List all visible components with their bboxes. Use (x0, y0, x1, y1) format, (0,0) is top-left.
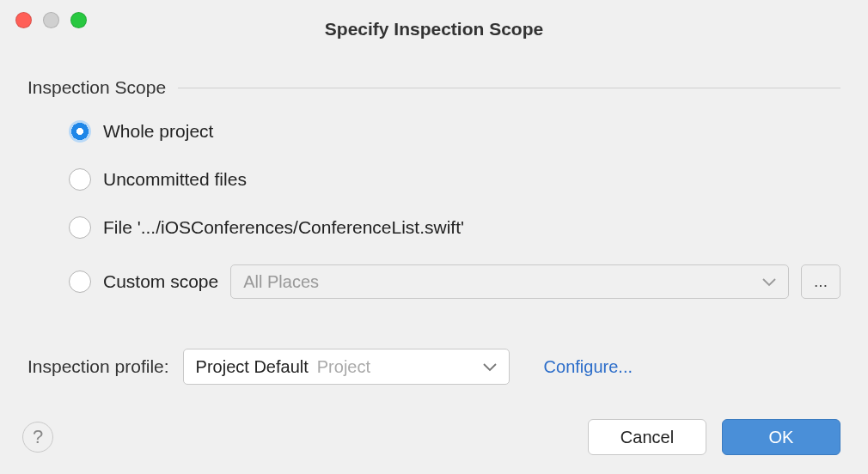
radio-whole-project[interactable] (69, 120, 91, 143)
radio-file[interactable] (69, 216, 91, 239)
radio-label-file: File '.../iOSConferences/ConferenceList.… (103, 217, 464, 238)
custom-scope-dropdown-value: All Places (243, 272, 319, 292)
radio-label-uncommitted: Uncommitted files (103, 169, 247, 190)
footer-buttons: Cancel OK (588, 419, 840, 455)
profile-value-main: Project Default (196, 357, 309, 377)
chevron-down-icon (762, 273, 776, 291)
inspection-profile-label: Inspection profile: (28, 356, 169, 377)
profile-value-sub: Project (317, 357, 370, 377)
radio-label-whole-project: Whole project (103, 121, 213, 142)
radio-row-custom-scope: Custom scope All Places ... (69, 264, 840, 299)
configure-link[interactable]: Configure... (544, 357, 633, 377)
dialog-footer: ? Cancel OK (22, 419, 840, 455)
radio-row-uncommitted[interactable]: Uncommitted files (69, 168, 840, 191)
radio-row-file[interactable]: File '.../iOSConferences/ConferenceList.… (69, 216, 840, 239)
section-label: Inspection Scope (28, 77, 166, 98)
section-divider (178, 88, 840, 88)
dialog-window: Specify Inspection Scope Inspection Scop… (0, 0, 868, 474)
inspection-profile-value: Project Default Project (196, 357, 370, 377)
radio-label-custom-scope: Custom scope (103, 271, 218, 292)
ok-button[interactable]: OK (722, 419, 840, 455)
dialog-content: Inspection Scope Whole project Uncommitt… (0, 38, 868, 385)
help-icon: ? (33, 426, 43, 448)
help-button[interactable]: ? (22, 422, 53, 453)
radio-uncommitted[interactable] (69, 168, 91, 191)
custom-scope-browse-button[interactable]: ... (801, 264, 840, 299)
custom-scope-dropdown[interactable]: All Places (230, 264, 789, 299)
chevron-down-icon (483, 358, 497, 376)
ok-button-label: OK (769, 428, 794, 447)
ellipsis-icon: ... (814, 272, 828, 291)
section-header: Inspection Scope (28, 77, 840, 98)
cancel-button[interactable]: Cancel (588, 419, 706, 455)
title-bar: Specify Inspection Scope (0, 0, 868, 38)
inspection-profile-dropdown[interactable]: Project Default Project (183, 349, 510, 385)
window-title: Specify Inspection Scope (0, 19, 868, 40)
radio-row-whole-project[interactable]: Whole project (69, 120, 840, 143)
cancel-button-label: Cancel (620, 428, 674, 447)
inspection-profile-row: Inspection profile: Project Default Proj… (28, 349, 840, 385)
scope-radio-group: Whole project Uncommitted files File '..… (28, 120, 840, 299)
radio-custom-scope[interactable] (69, 270, 91, 293)
